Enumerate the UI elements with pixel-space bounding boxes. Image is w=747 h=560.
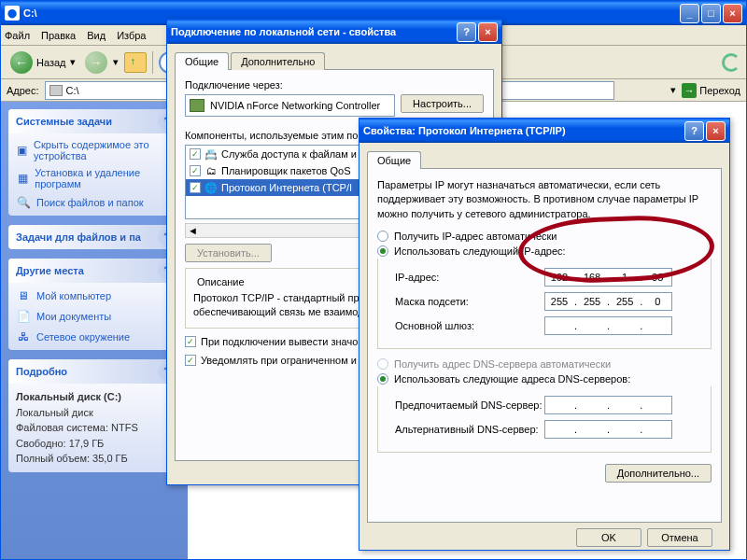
address-dropdown-icon[interactable]: ▾ (670, 84, 676, 96)
alternate-dns-label: Альтернативный DNS-сервер: (395, 424, 544, 435)
drive-icon (49, 85, 63, 96)
help-button[interactable]: ? (684, 121, 704, 141)
service-icon: 📇 (204, 147, 218, 161)
install-button[interactable]: Установить... (185, 244, 272, 262)
other-places-panel: Другие места ˄ 🖥Мой компьютер 📄Мои докум… (8, 259, 180, 350)
advanced-button[interactable]: Дополнительно... (605, 464, 712, 483)
close-button[interactable]: × (478, 22, 498, 42)
search-icon: 🔍 (16, 195, 31, 210)
scroll-left-icon[interactable]: ◄ (188, 225, 198, 236)
service-icon: 🗂 (204, 164, 218, 177)
menu-edit[interactable]: Правка (41, 30, 76, 41)
tab-advanced[interactable]: Дополнительно (231, 52, 325, 70)
details-type: Локальный диск (16, 405, 173, 421)
preferred-dns-label: Предпочитаемый DNS-сервер: (395, 399, 544, 411)
separator (152, 51, 153, 74)
radio-ip-manual[interactable]: Использовать следующий IP-адрес: (377, 245, 712, 257)
details-filesystem: Файловая система: NTFS (16, 420, 173, 436)
checkbox-icon[interactable]: ✓ (190, 165, 201, 176)
protocol-icon: 🌐 (204, 181, 218, 194)
radio-dns-auto: Получить адрес DNS-сервера автоматически (377, 358, 712, 370)
ip-address-label: IP-адрес: (395, 272, 544, 283)
alternate-dns-input[interactable]: . . . (544, 420, 672, 439)
preferred-dns-input[interactable]: . . . (544, 396, 672, 414)
radio-ip-auto[interactable]: Получить IP-адрес автоматически (377, 231, 712, 242)
sidebar-item-add-remove[interactable]: ▦Установка и удаление программ (16, 167, 173, 189)
details-free: Свободно: 17,9 ГБ (16, 436, 173, 452)
ip-address-input[interactable]: . . . (544, 268, 672, 287)
tcpip-properties-dialog: Свойства: Протокол Интернета (TCP/IP) ? … (359, 118, 730, 551)
radio-icon (377, 231, 388, 242)
configure-button[interactable]: Настроить... (401, 94, 484, 113)
help-button[interactable]: ? (457, 22, 476, 42)
go-button[interactable]: → Переход (682, 83, 740, 98)
panel-header[interactable]: Задачи для файлов и па ˄ (8, 225, 180, 249)
sidebar-item-search-files[interactable]: 🔍Поиск файлов и папок (16, 195, 173, 210)
menu-file[interactable]: Файл (5, 30, 30, 41)
connect-via-label: Подключение через: (185, 79, 484, 91)
subnet-mask-input[interactable]: . . . (544, 292, 672, 311)
box-icon: ▦ (16, 171, 29, 186)
folder-icon: ▣ (16, 143, 28, 158)
checkbox-icon: ✓ (185, 336, 196, 347)
maximize-button[interactable]: □ (701, 4, 721, 23)
details-panel: Подробно ˄ Локальный диск (C:) Локальный… (8, 359, 180, 472)
sidebar-item-hide-contents[interactable]: ▣Скрыть содержимое это устройства (16, 139, 173, 161)
ok-button[interactable]: OK (576, 528, 641, 547)
forward-button[interactable]: → (85, 51, 107, 74)
radio-icon (377, 245, 388, 257)
computer-icon: 🖥 (16, 288, 31, 303)
back-button[interactable]: ← Назад ▾ (7, 49, 79, 76)
details-name: Локальный диск (C:) (16, 389, 173, 405)
close-button[interactable]: × (706, 121, 726, 141)
sidebar-item-network[interactable]: 🖧Сетевое окружение (16, 329, 173, 344)
menu-view[interactable]: Вид (87, 30, 106, 41)
sidebar: Системные задачи ˄ ▣Скрыть содержимое эт… (1, 102, 188, 559)
adapter-icon (190, 99, 204, 112)
details-total: Полный объем: 35,0 ГБ (16, 451, 173, 467)
cancel-button[interactable]: Отмена (647, 528, 712, 547)
tcpip-titlebar[interactable]: Свойства: Протокол Интернета (TCP/IP) ? … (359, 119, 729, 143)
adapter-box: NVIDIA nForce Networking Controller (185, 94, 395, 117)
documents-icon: 📄 (16, 309, 31, 324)
back-arrow-icon: ← (10, 51, 33, 74)
panel-header[interactable]: Другие места ˄ (8, 259, 180, 283)
gateway-input[interactable]: . . . (544, 316, 672, 335)
intro-text: Параметры IP могут назначаться автоматич… (377, 178, 712, 221)
folder-up-button[interactable] (124, 52, 147, 73)
network-icon: 🖧 (16, 329, 31, 344)
go-arrow-icon: → (682, 83, 697, 98)
radio-dns-manual[interactable]: Использовать следующие адреса DNS-сервер… (377, 373, 712, 385)
minimize-button[interactable]: _ (680, 4, 699, 23)
file-tasks-panel: Задачи для файлов и па ˄ (8, 225, 180, 249)
menu-favorites[interactable]: Избра (117, 30, 146, 41)
sidebar-item-my-computer[interactable]: 🖥Мой компьютер (16, 288, 173, 303)
address-label: Адрес: (7, 85, 39, 96)
tab-general[interactable]: Общие (367, 151, 421, 169)
drive-icon: ⬤ (5, 6, 20, 21)
subnet-mask-label: Маска подсети: (395, 296, 544, 307)
close-button[interactable]: × (723, 4, 742, 23)
panel-header[interactable]: Подробно ˄ (8, 359, 180, 384)
checkbox-icon: ✓ (185, 355, 196, 366)
explorer-title: C:\ (23, 7, 680, 19)
gateway-label: Основной шлюз: (395, 320, 544, 331)
radio-icon (377, 373, 388, 385)
chevron-down-icon: ▾ (70, 56, 76, 68)
chevron-down-icon: ▾ (113, 56, 119, 68)
tab-general[interactable]: Общие (175, 52, 229, 70)
checkbox-icon[interactable]: ✓ (190, 148, 201, 160)
sidebar-item-my-documents[interactable]: 📄Мои документы (16, 309, 173, 324)
system-tasks-panel: Системные задачи ˄ ▣Скрыть содержимое эт… (8, 109, 180, 216)
throbber-icon (722, 53, 740, 72)
panel-header[interactable]: Системные задачи ˄ (8, 109, 180, 133)
checkbox-icon[interactable]: ✓ (190, 182, 201, 193)
radio-icon (377, 358, 388, 370)
lan-titlebar[interactable]: Подключение по локальной сети - свойства… (167, 20, 501, 44)
